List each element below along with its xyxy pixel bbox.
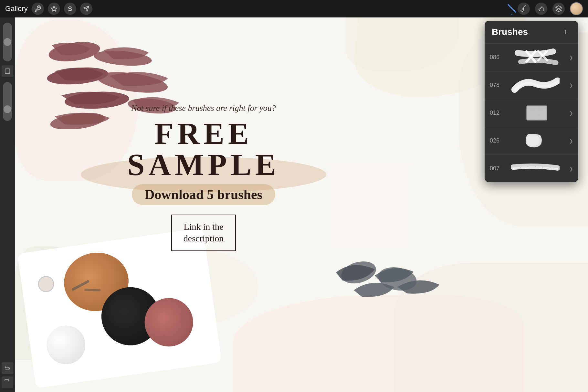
brush-preview-012 [505,102,565,123]
palette-hole [37,275,55,293]
send-button[interactable] [80,3,92,15]
svg-marker-14 [556,6,562,9]
brush-num-086: 086 [490,54,501,61]
svg-rect-21 [527,106,547,121]
brush-item-078[interactable]: 078 ❯ [485,71,578,99]
brush-chevron-012: ❯ [569,111,573,116]
promo-link-text: Link in the description [184,222,224,243]
gallery-button[interactable]: Gallery [5,5,28,13]
brush-chevron-086: ❯ [569,55,573,60]
dark-grey-strokes [333,240,478,311]
brush-preview-026 [505,130,565,151]
promo-download: Download 5 brushes [132,184,275,205]
layers-button[interactable] [552,3,565,15]
brush-item-086[interactable]: 086 ❯ [485,44,578,71]
s-tool-button[interactable]: S [64,3,76,15]
svg-rect-16 [5,380,9,381]
brush-button[interactable] [518,3,530,15]
brushes-title: Brushes [492,27,528,37]
brush-item-026[interactable]: 026 ❯ [485,127,578,155]
pencil-active-indicator [508,4,517,13]
svg-point-34 [535,166,536,167]
svg-point-32 [520,167,521,168]
svg-point-35 [542,167,543,168]
eraser-button[interactable] [535,3,547,15]
brush-size-slider[interactable] [3,23,12,61]
promo-title: FREE SAMPLE [90,118,317,180]
redo-button[interactable] [2,376,13,388]
promo-area: Not sure if these brushes are right for … [90,103,317,251]
user-avatar[interactable] [570,2,583,15]
top-bar-left: Gallery S [5,3,92,15]
svg-rect-15 [5,69,10,73]
opacity-handle[interactable] [4,105,11,113]
svg-point-7 [339,258,379,287]
brush-num-012: 012 [490,110,501,116]
brush-num-078: 078 [490,82,501,89]
svg-rect-11 [84,289,100,291]
svg-point-33 [528,166,529,167]
brush-num-026: 026 [490,137,501,144]
brushes-add-button[interactable]: + [560,26,571,37]
svg-point-36 [550,167,551,168]
brushes-panel: Brushes + 086 ❯ 078 ❯ [485,21,578,182]
top-bar-right [511,2,583,15]
palette-white-ball [44,323,88,367]
top-bar: Gallery S [0,0,588,17]
brush-preview-086 [505,47,565,68]
magic-button[interactable] [48,3,60,15]
square-tool[interactable] [2,65,13,77]
brush-item-012[interactable]: 012 ❯ [485,99,578,127]
wrench-button[interactable] [32,3,44,15]
brushes-header: Brushes + [485,21,578,44]
brush-size-handle[interactable] [4,38,11,46]
brush-chevron-026: ❯ [569,138,573,143]
opacity-slider[interactable] [3,82,12,121]
promo-link-button[interactable]: Link in the description [171,215,236,251]
pencil-dot [511,14,512,15]
left-sidebar [0,17,15,392]
undo-button[interactable] [2,362,13,374]
paint-palette [17,228,222,388]
brush-num-007: 007 [490,165,501,172]
brush-item-007[interactable]: 007 ❯ [485,155,578,182]
brush-chevron-007: ❯ [569,166,573,171]
brush-preview-007 [505,158,565,179]
pencil-tool-area [511,3,512,15]
brush-chevron-078: ❯ [569,83,573,88]
brush-preview-078 [505,75,565,96]
promo-subtitle: Not sure if these brushes are right for … [90,103,317,113]
